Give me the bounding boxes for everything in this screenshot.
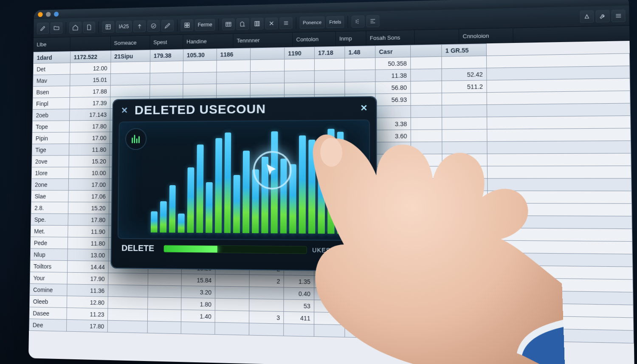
row-label[interactable]: Slae <box>31 190 68 202</box>
row-label[interactable]: Pipin <box>32 132 70 144</box>
building-icon[interactable] <box>237 18 249 30</box>
cell[interactable] <box>250 59 284 71</box>
chart-bar[interactable] <box>337 132 344 234</box>
spreadsheet-area[interactable]: 1dard1172.52221Sipu179.38105.30118611901… <box>28 41 634 364</box>
header-cell[interactable]: 21Sipu <box>111 50 150 62</box>
cell[interactable] <box>345 325 376 338</box>
cell[interactable] <box>488 278 633 292</box>
chart-bar[interactable] <box>242 150 250 233</box>
cell[interactable] <box>250 83 284 95</box>
cell[interactable] <box>411 215 443 228</box>
cell[interactable] <box>375 203 411 215</box>
header-cell[interactable]: Casr <box>375 45 411 58</box>
cell[interactable] <box>411 252 443 265</box>
cell[interactable] <box>412 314 443 327</box>
cell[interactable] <box>314 82 344 94</box>
column-header[interactable]: Spest <box>150 35 183 49</box>
row-label[interactable]: Toiltors <box>30 260 68 273</box>
cell[interactable] <box>488 178 631 191</box>
cell[interactable] <box>487 116 631 129</box>
cell[interactable] <box>411 81 442 93</box>
cell[interactable] <box>285 59 315 71</box>
cell[interactable] <box>314 276 345 288</box>
chart-bar[interactable] <box>280 159 287 234</box>
cell[interactable] <box>375 178 411 191</box>
cell[interactable] <box>411 178 443 191</box>
sheet-icon[interactable] <box>102 21 114 33</box>
cell[interactable] <box>345 313 376 325</box>
cell[interactable] <box>249 323 283 336</box>
chart-bar[interactable] <box>196 144 203 233</box>
cell[interactable] <box>375 154 411 166</box>
cell[interactable] <box>411 277 443 289</box>
cell[interactable]: 11.80 <box>69 144 110 155</box>
cell[interactable] <box>487 141 631 154</box>
row-label[interactable]: Oleeb <box>29 295 67 308</box>
cell[interactable] <box>411 154 442 166</box>
cell[interactable] <box>411 93 442 105</box>
cell[interactable] <box>411 142 442 154</box>
cell[interactable] <box>488 240 633 254</box>
cell[interactable]: 11.36 <box>67 284 108 296</box>
menu-frtels[interactable]: Frtels <box>326 16 344 28</box>
chart-bar[interactable] <box>187 167 194 233</box>
cell[interactable]: 2 <box>249 275 284 288</box>
cell[interactable] <box>443 228 488 240</box>
cell[interactable]: 17.00 <box>69 132 110 144</box>
cell[interactable] <box>411 191 443 203</box>
cell[interactable]: 3.38 <box>375 118 411 130</box>
column-header[interactable] <box>70 37 111 51</box>
cell[interactable] <box>215 298 249 311</box>
cell[interactable] <box>411 264 443 277</box>
cell[interactable]: 13.00 <box>68 249 109 261</box>
cell[interactable] <box>376 276 412 289</box>
cell[interactable] <box>442 141 487 154</box>
row-label[interactable]: Pede <box>31 237 68 249</box>
header-cell[interactable] <box>251 48 285 60</box>
column-header[interactable]: Contolon <box>293 32 335 47</box>
row-label[interactable]: Finpl <box>33 97 70 109</box>
chart-bar[interactable] <box>356 197 363 234</box>
cell[interactable]: 17.39 <box>70 97 110 109</box>
cell[interactable]: 3.60 <box>375 130 411 142</box>
cell[interactable] <box>376 301 412 313</box>
cell[interactable]: 11.90 <box>68 226 109 237</box>
cell[interactable] <box>215 322 249 335</box>
cell[interactable]: 56.80 <box>375 81 411 93</box>
row-label[interactable]: Comine <box>30 284 67 296</box>
cell[interactable] <box>442 154 487 166</box>
cell[interactable] <box>443 252 488 265</box>
cell[interactable] <box>375 264 411 277</box>
cell[interactable]: 1.35 <box>284 275 314 288</box>
row-label[interactable]: 2one <box>31 179 69 190</box>
column-header[interactable]: Cnnoloion <box>459 28 513 43</box>
cell[interactable]: 50.358 <box>375 57 411 70</box>
cell[interactable] <box>375 215 411 227</box>
cell[interactable] <box>443 203 488 215</box>
cell[interactable] <box>411 105 442 118</box>
header-cell[interactable]: 1172.522 <box>70 51 111 63</box>
row-label[interactable]: Bsen <box>33 86 70 98</box>
cell[interactable]: 56.93 <box>375 93 411 106</box>
cell[interactable] <box>108 308 148 321</box>
cell[interactable] <box>487 91 630 105</box>
cell[interactable] <box>376 313 412 326</box>
cell[interactable] <box>411 130 442 142</box>
cell[interactable] <box>217 60 251 72</box>
cell[interactable] <box>148 285 181 298</box>
cell[interactable] <box>376 288 412 301</box>
cell[interactable]: 52.42 <box>442 68 487 81</box>
cell[interactable] <box>148 297 181 310</box>
dialog-chart[interactable] <box>118 119 370 241</box>
row-label[interactable]: Your <box>30 272 67 284</box>
cell[interactable] <box>375 105 411 118</box>
chart-bar[interactable] <box>178 214 185 233</box>
chart-bar[interactable] <box>327 129 334 234</box>
cell[interactable] <box>488 228 632 242</box>
cell[interactable] <box>487 128 631 141</box>
row-label[interactable]: 2ove <box>32 155 69 167</box>
pen-icon[interactable] <box>161 20 174 31</box>
row-label[interactable]: 2oeb <box>32 109 69 121</box>
cell[interactable]: 17.80 <box>67 319 108 332</box>
cell[interactable] <box>411 203 443 215</box>
